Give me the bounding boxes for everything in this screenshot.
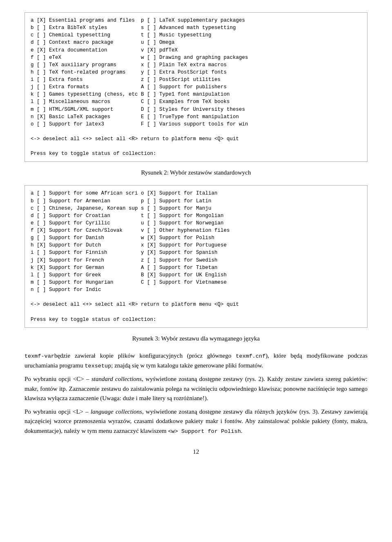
paragraph1: texmf-varbędzie zawierał kopie plików ko…: [24, 351, 368, 371]
figure1-terminal: a [X] Essential programs and files p [ ]…: [24, 12, 368, 162]
page-number: 12: [24, 448, 368, 455]
paragraph2-text: Po wybraniu opcji <C> – standard collect…: [24, 376, 368, 401]
paragraph3-italic: language collections: [91, 408, 142, 415]
figure2-content: a [ ] Support for some African scri o [X…: [31, 190, 361, 323]
paragraph3-code: <w> Support for Polish: [168, 428, 241, 434]
paragraph1-text1: będzie zawierał kopie plików konfiguracy…: [54, 352, 236, 359]
figure2-terminal: a [ ] Support for some African scri o [X…: [24, 185, 368, 327]
figure1-caption: Rysunek 2: Wybór zestawów standardowych: [24, 169, 368, 176]
paragraph3-text1: Po wybraniu opcji <L> –: [24, 408, 91, 415]
paragraph2: Po wybraniu opcji <C> – standard collect…: [24, 374, 368, 403]
paragraph3: Po wybraniu opcji <L> – language collect…: [24, 407, 368, 436]
texmf-cnf-code: texmf.cnf: [236, 353, 265, 359]
figure1-content: a [X] Essential programs and files p [ ]…: [31, 17, 361, 157]
paragraph1-text3: ; znajdą się w tym katalogu także genero…: [111, 362, 263, 369]
texmf-var-code: texmf-var: [24, 353, 54, 359]
paragraph3-end: .: [241, 428, 243, 434]
texsetup-code: texsetup: [85, 363, 111, 369]
figure2-caption: Rysunek 3: Wybór zestawu dla wymaganego …: [24, 335, 368, 342]
